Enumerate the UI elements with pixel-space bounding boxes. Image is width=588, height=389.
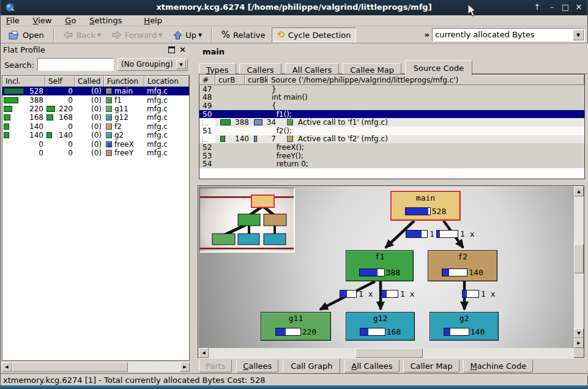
source-line[interactable]: 49{	[199, 102, 584, 110]
source-line-selected[interactable]: 50 f1();	[199, 110, 584, 119]
function-color-icon	[106, 124, 112, 130]
minimize-button[interactable]: –	[546, 2, 558, 13]
table-row[interactable]: 220 220 (0) g11 mfg.c	[2, 105, 189, 113]
back-button[interactable]: Back ▼	[59, 28, 105, 42]
dock-close-icon[interactable]: ×	[179, 45, 186, 54]
col-function[interactable]: Function	[104, 76, 144, 87]
horizontal-splitter[interactable]	[198, 179, 588, 185]
table-row[interactable]: 140 140 (0) g2 mfg.c	[2, 131, 189, 139]
vertical-splitter[interactable]	[191, 43, 198, 374]
event-type-value: currently allocated Bytes	[435, 30, 535, 39]
scroll-left-icon[interactable]: ◀	[2, 362, 12, 372]
mouse-cursor	[467, 4, 477, 17]
up-button[interactable]: Up ▼	[169, 28, 206, 42]
dock-float-icon[interactable]	[168, 46, 175, 53]
source-line[interactable]: 47}	[199, 85, 584, 94]
graph-node-f2[interactable]: f2 140	[428, 250, 497, 281]
up-icon	[173, 31, 182, 40]
search-label: Search:	[4, 61, 34, 70]
source-call-annotation[interactable]: 388 34 Active call to 'f1' (mfg.c)	[199, 118, 584, 127]
curB-bar	[220, 136, 225, 142]
open-button[interactable]: Open	[4, 28, 48, 42]
toolbar-separator	[53, 28, 54, 42]
scroll-down-icon[interactable]: ▼	[574, 328, 584, 338]
scrollbar-thumb[interactable]	[574, 244, 584, 273]
table-row[interactable]: 140 0 (0) f2 mfg.c	[2, 122, 189, 131]
table-row[interactable]: 168 168 (0) g12 mfg.c	[2, 113, 189, 122]
cycle-detection-button[interactable]: ⟲ Cycle Detection	[272, 28, 355, 42]
incl-bar	[4, 97, 18, 103]
col-self[interactable]: Self	[45, 76, 75, 87]
graph-node-main[interactable]: main 528	[390, 191, 461, 221]
event-type-select[interactable]: currently allocated Bytes ▼	[432, 28, 585, 42]
menu-view[interactable]: View	[28, 15, 58, 26]
call-graph-view: main 528 f1 388 f2 140 g11 220 g12 168	[198, 185, 584, 358]
table-row[interactable]: 0 0 (0) freeX mfg.c	[2, 139, 189, 148]
graph-hscrollbar[interactable]: ◀	[199, 348, 574, 358]
combo-arrow-icon[interactable]: ▼	[573, 29, 584, 40]
close-button[interactable]: ✕	[573, 2, 585, 13]
back-dropdown-icon[interactable]: ▼	[97, 32, 101, 38]
menu-go[interactable]: Go	[59, 15, 81, 26]
table-row[interactable]: 0 0 (0) freeY mfg.c	[2, 149, 189, 157]
maximize-button[interactable]: □	[559, 2, 571, 13]
graph-node-g2[interactable]: g2 140	[430, 312, 499, 341]
grouping-value: (No Grouping)	[121, 60, 173, 69]
grouping-select[interactable]: (No Grouping) ▼	[117, 58, 188, 71]
combo-arrow-icon[interactable]: ▼	[176, 60, 186, 69]
col-curB[interactable]: curB	[215, 75, 245, 85]
up-dropdown-icon[interactable]: ▼	[198, 32, 202, 38]
source-call-annotation[interactable]: 140 7 Active call to 'f2' (mfg.c)	[199, 135, 584, 144]
graph-node-f1[interactable]: f1 388	[346, 250, 414, 281]
flat-profile-dock: Flat Profile × Search: (No Grouping) ▼ I…	[1, 43, 191, 374]
tab-parts[interactable]: Parts	[199, 360, 232, 372]
source-line[interactable]: 52 freeX();	[199, 143, 584, 152]
scroll-up-icon[interactable]: ▲	[574, 187, 584, 196]
source-line[interactable]: 48int main()	[199, 94, 584, 102]
scrollbar-thumb[interactable]	[355, 348, 423, 358]
flat-profile-hscrollbar[interactable]: ◀ ▶	[2, 362, 190, 372]
col-location[interactable]: Location	[144, 76, 189, 87]
tab-all-callees[interactable]: All Callees	[344, 360, 399, 372]
tab-callees[interactable]: Callees	[236, 360, 278, 372]
tab-caller-map[interactable]: Caller Map	[403, 360, 459, 372]
col-called[interactable]: Called	[75, 76, 104, 87]
col-line-number[interactable]: #	[199, 75, 215, 85]
table-row[interactable]: 388 0 (0) f1 mfg.c	[2, 95, 189, 104]
search-input[interactable]	[37, 58, 114, 71]
function-color-icon	[106, 150, 112, 156]
forward-dropdown-icon[interactable]: ▼	[158, 32, 162, 38]
menu-file[interactable]: File	[1, 15, 25, 26]
curB-bar	[220, 119, 231, 125]
source-line[interactable]: 51 f2();	[199, 127, 584, 135]
self-bar	[47, 132, 52, 138]
forward-button[interactable]: Forward ▼	[108, 28, 166, 42]
source-line[interactable]: 54 return 0;	[199, 160, 584, 168]
tab-source-code[interactable]: Source Code	[405, 60, 472, 76]
table-row[interactable]: 528 0 (0) main mfg.c	[2, 87, 189, 95]
graph-overview-inset[interactable]	[199, 188, 295, 253]
tab-machine-code[interactable]: Machine Code	[463, 360, 533, 372]
toolbar-overflow-chevron[interactable]: »	[425, 30, 430, 39]
incl-bar	[4, 124, 9, 130]
menu-help[interactable]: Help	[138, 15, 168, 26]
source-line[interactable]: 53 freeY();	[199, 152, 584, 160]
relative-button[interactable]: % Relative	[217, 28, 270, 42]
call-graph-canvas[interactable]: main 528 f1 388 f2 140 g11 220 g12 168	[199, 187, 574, 348]
col-incl[interactable]: Incl.	[2, 76, 45, 87]
function-color-icon	[106, 132, 112, 138]
scroll-right-icon[interactable]: ▶	[574, 338, 584, 348]
menu-settings[interactable]: Settings	[84, 15, 127, 26]
keep-above-button[interactable]: ↑	[531, 2, 543, 13]
graph-node-g12[interactable]: g12 168	[346, 312, 415, 341]
incl-bar	[4, 88, 24, 94]
tab-call-graph[interactable]: Call Graph	[283, 358, 340, 374]
scroll-left-icon[interactable]: ◀	[199, 348, 209, 358]
col-curBk[interactable]: curBk	[245, 75, 268, 85]
graph-node-g11[interactable]: g11 220	[261, 312, 331, 341]
graph-vscrollbar[interactable]: ▲ ▼ ▶	[574, 187, 584, 348]
col-source[interactable]: Source ('/home/philippe/valgrind/littlep…	[268, 75, 584, 85]
status-text: xtmemory.kcg.6274 [1] - Total currently …	[3, 376, 265, 385]
scroll-right-icon[interactable]: ▶	[180, 362, 190, 372]
scrollbar-thumb[interactable]	[12, 362, 128, 372]
